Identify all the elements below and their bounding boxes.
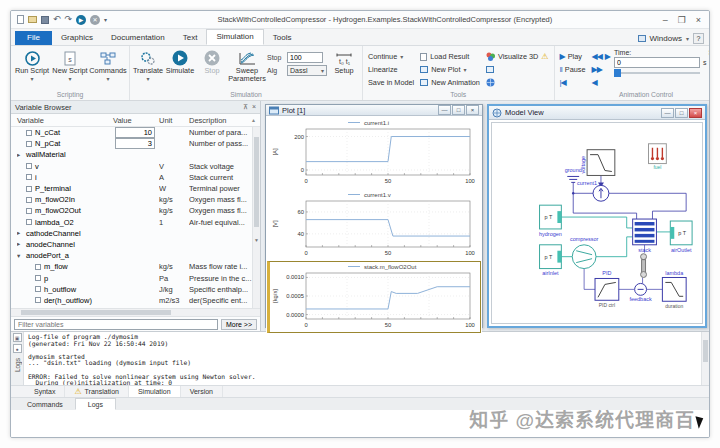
table-row[interactable]: ▸wallMaterial <box>17 149 260 160</box>
voltage-block[interactable]: voltage <box>580 150 615 176</box>
tab-simulation[interactable]: Simulation <box>206 29 263 45</box>
save-in-model-button[interactable]: Save in Model <box>366 77 416 88</box>
rewind-button[interactable]: ◀◀▶ <box>590 51 612 62</box>
linearize-button[interactable]: Linearize <box>366 64 416 75</box>
bottom-tab-logs[interactable]: Logs <box>75 398 116 410</box>
collapse-icon[interactable]: ▾ <box>17 252 23 260</box>
table-row[interactable]: N_cCat10Number of para... <box>17 127 260 138</box>
run-script-button[interactable]: Run Script ▾ <box>14 48 50 83</box>
windows-caret-icon[interactable]: ▾ <box>686 35 689 42</box>
model-view-window[interactable]: Model View — □ × <box>487 104 707 328</box>
table-row[interactable]: m_flowO2Outkg/sOxygen mass fl... <box>17 205 260 216</box>
algorithm-select[interactable]: Dassl ▾ <box>287 65 327 76</box>
variable-checkbox[interactable] <box>26 130 32 136</box>
table-row[interactable]: m_flowkg/sMass flow rate i... <box>17 261 260 272</box>
variable-checkbox[interactable] <box>26 219 32 225</box>
speed-select[interactable]: 1 ▾ <box>709 57 710 68</box>
table-row[interactable]: der(h_outflow)m2/s3der(Specific ent... <box>17 295 260 306</box>
play-button[interactable]: ▶ Play <box>558 51 588 62</box>
stop-time-input[interactable] <box>287 52 323 63</box>
plot-maximize-button[interactable]: □ <box>452 105 465 115</box>
lambda-sensor-block[interactable] <box>641 254 647 278</box>
load-result-button[interactable]: Load Result <box>418 51 482 62</box>
variable-scrollbar[interactable]: ▼ <box>252 127 260 308</box>
undo-icon[interactable]: ↶ <box>53 15 61 24</box>
new-animation-button[interactable]: New Animation <box>418 77 482 88</box>
plot-minimize-button[interactable]: — <box>438 105 451 115</box>
save-icon[interactable] <box>41 16 49 24</box>
sweep-parameters-button[interactable]: Sweep Parameters <box>229 48 265 84</box>
bottom-tab-commands[interactable]: Commands <box>15 398 75 410</box>
variable-hscrollbar[interactable] <box>11 308 260 316</box>
close-panel-icon[interactable]: × <box>252 103 256 111</box>
model-view-titlebar[interactable]: Model View — □ × <box>489 106 705 120</box>
log-tab-version[interactable]: Version <box>181 386 223 397</box>
new-plot-button[interactable]: New Plot ▾ <box>418 64 482 75</box>
variable-checkbox[interactable] <box>26 208 32 214</box>
minimize-button[interactable]: – <box>663 15 668 25</box>
table-row[interactable]: iAStack current <box>17 172 260 183</box>
pause-button[interactable]: ‖ Pause <box>558 64 588 75</box>
dock-icon[interactable]: ▣ <box>13 333 22 342</box>
variable-checkbox[interactable] <box>35 264 41 270</box>
pin-panel-icon[interactable]: ⊼ <box>243 103 248 111</box>
tab-graphics[interactable]: Graphics <box>52 31 102 45</box>
filter-variables-input[interactable] <box>14 319 218 330</box>
tab-documentation[interactable]: Documentation <box>102 31 174 45</box>
open-file-icon[interactable] <box>28 16 37 23</box>
simulate-button[interactable]: Simulate <box>165 48 195 75</box>
fast-forward-button[interactable]: ▶▶ <box>590 64 612 75</box>
console-scrollbar[interactable] <box>701 332 709 385</box>
air-outlet-block[interactable]: p T airOutlet <box>670 221 692 253</box>
table-row[interactable]: ▸cathodeChannel <box>17 228 260 239</box>
current-source-block[interactable]: current1 <box>577 180 609 201</box>
plot-subplot[interactable]: stack.m_flowO2Out0501000.00000.00050.001… <box>267 261 481 333</box>
tab-text[interactable]: Text <box>174 31 207 45</box>
log-tab-syntax[interactable]: Syntax <box>25 386 65 397</box>
lambda-ramp-block[interactable]: lambda duration <box>662 270 686 310</box>
table-row[interactable]: P_terminalWTerminal power <box>17 183 260 194</box>
table-row[interactable]: ▸anodeChannel <box>17 239 260 250</box>
variable-checkbox[interactable] <box>26 141 32 147</box>
fuel-cell-stack-block[interactable]: stack <box>633 219 657 253</box>
table-row[interactable]: ▾anodePort_a <box>17 250 260 261</box>
hydrogen-source-block[interactable]: p T hydrogen <box>539 205 562 237</box>
plot-window[interactable]: Plot [1] — □ × current1.i0501000200[A]cu… <box>265 104 483 328</box>
variable-checkbox[interactable] <box>35 286 41 292</box>
log-console[interactable]: Log-file of program ./dymosim (generated… <box>24 332 701 385</box>
air-inlet-block[interactable]: p T airInlet <box>540 245 562 277</box>
commands-button[interactable]: Commands ▾ <box>90 48 126 83</box>
visualize-settings-button[interactable] <box>484 64 551 75</box>
plot-subplot[interactable]: current1.i0501000200[A] <box>267 117 481 189</box>
table-row[interactable]: vVStack voltage <box>17 161 260 172</box>
plot-window-titlebar[interactable]: Plot [1] — □ × <box>266 105 482 116</box>
file-menu-button[interactable]: File <box>15 31 52 45</box>
plot-close-button[interactable]: × <box>466 105 479 115</box>
table-row[interactable]: pPaPressure in the c... <box>17 272 260 283</box>
variable-checkbox[interactable] <box>26 163 32 169</box>
expand-icon[interactable]: ▸ <box>17 151 23 159</box>
plot-subplot[interactable]: current1.v0501004060[V] <box>267 189 481 261</box>
table-row[interactable]: h_outflowJ/kgSpecific enthalp... <box>17 284 260 295</box>
translate-button[interactable]: Translate ▾ <box>133 48 163 83</box>
help-button[interactable]: ? <box>693 33 704 44</box>
new-file-icon[interactable] <box>17 15 24 24</box>
run-icon[interactable]: ▶ <box>76 15 86 25</box>
continue-button[interactable]: Continue ▾ <box>366 51 416 62</box>
model-close-button[interactable]: × <box>689 108 702 118</box>
maximize-button[interactable]: ❐ <box>678 15 686 25</box>
variable-checkbox[interactable] <box>26 197 32 203</box>
redo-icon[interactable]: ↷ <box>65 15 73 24</box>
variable-checkbox[interactable] <box>26 186 32 192</box>
value-input[interactable]: 10 <box>115 127 155 138</box>
pid-controller-block[interactable]: PID PID ctrl <box>595 271 619 309</box>
slider-handle[interactable] <box>614 69 621 77</box>
logs-side-tab[interactable]: Logs <box>14 358 21 372</box>
step-back-button[interactable]: ◀ <box>590 77 612 88</box>
time-input[interactable] <box>614 57 700 68</box>
stop-icon[interactable]: ✕ <box>90 15 100 25</box>
record-icon[interactable]: ● <box>13 344 22 353</box>
variable-value-cell[interactable]: 10 <box>113 127 159 138</box>
model-minimize-button[interactable]: — <box>661 108 674 118</box>
expand-icon[interactable]: ▸ <box>17 229 23 237</box>
